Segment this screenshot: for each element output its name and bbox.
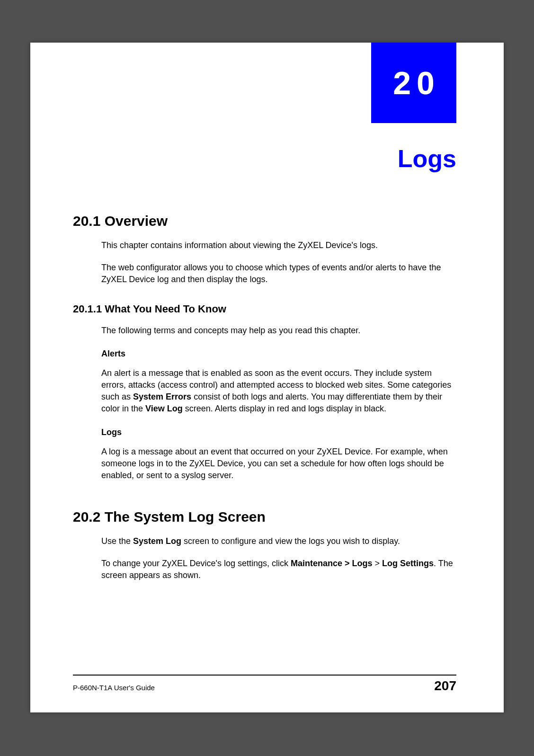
subsection-heading-what-you-need: 20.1.1 What You Need To Know <box>73 303 456 315</box>
bold-text: System Log <box>133 536 181 546</box>
content-area: 20.1 Overview This chapter contains info… <box>73 213 456 592</box>
section-heading-overview: 20.1 Overview <box>73 213 456 229</box>
text-run: To change your ZyXEL Device's log settin… <box>101 559 291 568</box>
page-footer: P-660N-T1A User's Guide 207 <box>73 675 456 694</box>
paragraph: To change your ZyXEL Device's log settin… <box>101 558 456 581</box>
term-heading-logs: Logs <box>101 427 456 437</box>
paragraph: An alert is a message that is enabled as… <box>101 367 456 415</box>
paragraph: A log is a message about an event that o… <box>101 446 456 482</box>
text-run: screen. Alerts display in red and logs d… <box>183 404 386 413</box>
bold-text: Log Settings <box>382 559 434 568</box>
footer-page-number: 207 <box>434 678 456 694</box>
text-run: screen to configure and view the logs yo… <box>181 536 400 546</box>
chapter-title: Logs <box>398 144 456 173</box>
bold-text: Maintenance > Logs <box>291 559 373 568</box>
paragraph: The following terms and concepts may hel… <box>101 325 456 337</box>
bold-text: View Log <box>145 404 183 413</box>
term-heading-alerts: Alerts <box>101 349 456 359</box>
bold-text: System Errors <box>133 392 191 401</box>
chapter-number: 20 <box>387 64 440 101</box>
document-page: 20 Logs 20.1 Overview This chapter conta… <box>30 43 504 712</box>
paragraph: Use the System Log screen to configure a… <box>101 535 456 547</box>
paragraph: The web configurator allows you to choos… <box>101 262 456 285</box>
footer-guide-title: P-660N-T1A User's Guide <box>73 684 155 692</box>
paragraph: This chapter contains information about … <box>101 240 456 251</box>
section-heading-system-log: 20.2 The System Log Screen <box>73 509 456 525</box>
text-run: > <box>373 559 383 568</box>
chapter-tab: 20 <box>371 43 456 123</box>
text-run: Use the <box>101 536 133 546</box>
